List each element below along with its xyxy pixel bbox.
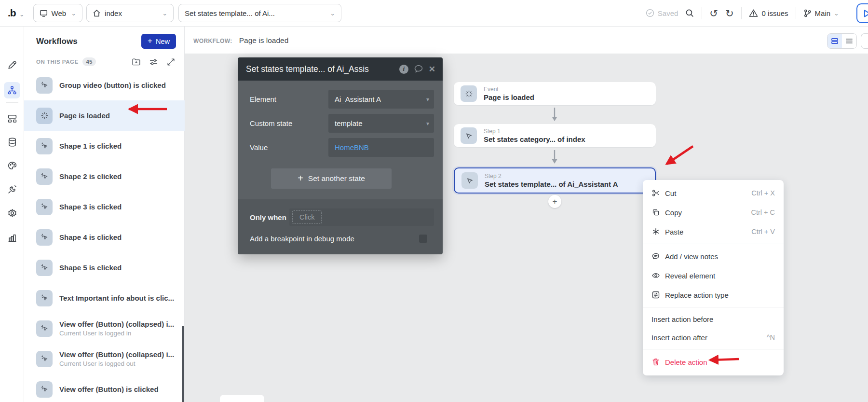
workflow-item[interactable]: View offer (Button) is clicked — [24, 374, 185, 402]
menu-item-reveal[interactable]: Reveal element — [643, 266, 784, 285]
workflow-item[interactable]: View offer (Button) (collapsed) i... Cur… — [24, 313, 185, 344]
breakpoint-checkbox[interactable] — [419, 235, 427, 243]
page-dropdown[interactable]: index ⌄ — [86, 4, 174, 22]
workflow-item[interactable]: Shape 2 is clicked — [24, 161, 185, 192]
only-when-input[interactable]: Click — [289, 208, 434, 226]
chevron-down-icon: ⌄ — [71, 10, 76, 16]
workflow-item[interactable]: Shape 5 is clicked — [24, 252, 185, 283]
menu-item-cut[interactable]: Cut Ctrl + X — [643, 183, 784, 203]
menu-item-copy[interactable]: Copy Ctrl + C — [643, 203, 784, 222]
custom-state-dropdown[interactable]: template ▾ — [328, 114, 434, 133]
menu-item-label: Insert action after — [651, 333, 707, 342]
value-input[interactable]: HomeBNB — [328, 138, 434, 157]
divider — [702, 7, 702, 19]
custom-state-dropdown-value: template — [335, 119, 363, 127]
workflow-item[interactable]: View offer (Button) (collapsed) i... Cur… — [24, 344, 185, 374]
canvas-bottom-widget-partial[interactable] — [220, 395, 264, 402]
workflow-item[interactable]: Shape 4 is clicked — [24, 222, 185, 252]
top-toolbar: .b ⌄ Web ⌄ index ⌄ Set states template..… — [0, 0, 868, 27]
menu-item-insert-after[interactable]: Insert action after ^N — [643, 328, 784, 347]
workflow-item-label: View offer (Button) (collapsed) i... — [59, 350, 174, 359]
click-event-icon — [36, 260, 53, 276]
styles-palette-icon[interactable] — [0, 161, 24, 171]
menu-item-replace[interactable]: Replace action type — [643, 285, 784, 305]
menu-item-label: Reveal element — [665, 272, 715, 280]
menu-item-label: Paste — [665, 228, 683, 236]
only-when-placeholder[interactable]: Click — [292, 210, 322, 224]
card-title: Set states category... of index — [484, 135, 585, 143]
workflow-item-label: Shape 3 is clicked — [59, 203, 122, 211]
redo-button[interactable]: ↻ — [725, 8, 734, 18]
design-pencil-icon[interactable] — [0, 60, 24, 70]
database-icon[interactable] — [0, 137, 24, 147]
list-view-button[interactable] — [842, 34, 856, 48]
workflow-item[interactable]: Shape 1 is clicked — [24, 131, 185, 161]
bubble-editor: .b ⌄ Web ⌄ index ⌄ Set states template..… — [0, 0, 868, 402]
element-dropdown[interactable]: Ai_Assistant A ▾ — [328, 90, 434, 109]
menu-item-notes[interactable]: Add / view notes — [643, 247, 784, 266]
workflow-item[interactable]: Group video (button) is clicked — [24, 70, 185, 100]
new-folder-icon[interactable] — [132, 57, 141, 67]
panel-scrollbar-thumb[interactable] — [182, 326, 184, 402]
caret-down-icon: ▾ — [426, 120, 429, 127]
flow-down-arrow-icon — [551, 107, 558, 122]
save-status-label: Saved — [658, 9, 678, 17]
event-card[interactable]: Event Page is loaded — [454, 82, 656, 105]
filter-sliders-icon[interactable] — [149, 57, 158, 67]
menu-shortcut: Ctrl + C — [751, 208, 775, 216]
element-dropdown-value: Ai_Assistant A — [335, 95, 381, 103]
menu-divider — [643, 244, 784, 244]
workflow-selector-dropdown[interactable]: Set states template... of Ai... ⌄ — [178, 4, 341, 22]
workflow-tab-active[interactable] — [4, 82, 20, 98]
add-action-button[interactable]: + — [548, 195, 561, 208]
step1-card[interactable]: Step 1 Set states category... of index — [454, 124, 656, 147]
expand-icon[interactable] — [166, 57, 176, 67]
workflows-panel: Workflows + New ON THIS PAGE 45 Group vi… — [24, 27, 185, 402]
info-icon[interactable]: i — [399, 65, 408, 74]
platform-dropdown[interactable]: Web ⌄ — [33, 4, 82, 22]
menu-item-delete[interactable]: Delete action — [643, 352, 784, 372]
menu-item-paste[interactable]: Paste Ctrl + V — [643, 222, 784, 241]
notes-toggle-partial[interactable] — [861, 33, 868, 49]
workflow-item-label: View offer (Button) (collapsed) i... — [59, 320, 174, 328]
menu-item-label: Delete action — [665, 358, 707, 366]
workflow-item[interactable]: Shape 3 is clicked — [24, 192, 185, 222]
bubble-logo[interactable]: .b — [8, 7, 16, 19]
workflow-item-selected[interactable]: Page is loaded — [24, 100, 185, 131]
trash-icon — [651, 358, 665, 366]
value-input-value: HomeBNB — [335, 143, 369, 152]
workflow-item[interactable]: Text Important info about is clic... — [24, 283, 185, 313]
issues-indicator[interactable]: 0 issues — [749, 9, 788, 17]
click-event-icon — [36, 381, 53, 398]
card-view-button[interactable] — [827, 34, 842, 48]
undo-button[interactable]: ↺ — [709, 8, 718, 18]
only-when-label: Only when — [250, 213, 289, 222]
comment-bubble-icon[interactable] — [414, 65, 423, 73]
set-another-state-button[interactable]: + Set another state — [271, 168, 392, 189]
click-event-icon — [36, 168, 53, 185]
copy-icon — [651, 208, 665, 217]
page-loaded-event-icon — [461, 85, 477, 102]
home-icon — [93, 9, 101, 17]
reusable-elements-icon[interactable] — [0, 113, 24, 124]
caret-down-icon: ▾ — [426, 96, 429, 103]
action-property-dialog: Set states template... of Ai_Assis i ✕ E… — [238, 57, 443, 254]
logs-chart-icon[interactable] — [0, 233, 24, 243]
search-icon[interactable] — [685, 9, 694, 18]
close-icon[interactable]: ✕ — [429, 64, 435, 74]
chevron-down-icon: ⌄ — [834, 10, 839, 16]
logo-chevron-down-icon[interactable]: ⌄ — [19, 11, 25, 17]
card-title: Set states template... of Ai_Assistant A — [485, 180, 618, 188]
plugins-plug-icon[interactable] — [0, 184, 24, 194]
preview-play-button[interactable] — [856, 3, 868, 23]
menu-item-label: Cut — [665, 189, 676, 197]
branch-selector[interactable]: Main ⌄ — [803, 9, 839, 17]
menu-item-insert-before[interactable]: Insert action before — [643, 310, 784, 328]
monitor-icon — [40, 9, 48, 17]
step2-card-selected[interactable]: Step 2 Set states template... of Ai_Assi… — [454, 167, 656, 194]
dialog-header[interactable]: Set states template... of Ai_Assis i ✕ — [238, 57, 443, 81]
settings-gear-icon[interactable] — [0, 208, 24, 218]
toolbar-right: Saved ↺ ↻ 0 issues Main ⌄ — [646, 7, 839, 19]
new-workflow-button[interactable]: + New — [141, 34, 176, 49]
panel-title: Workflows — [36, 37, 78, 46]
